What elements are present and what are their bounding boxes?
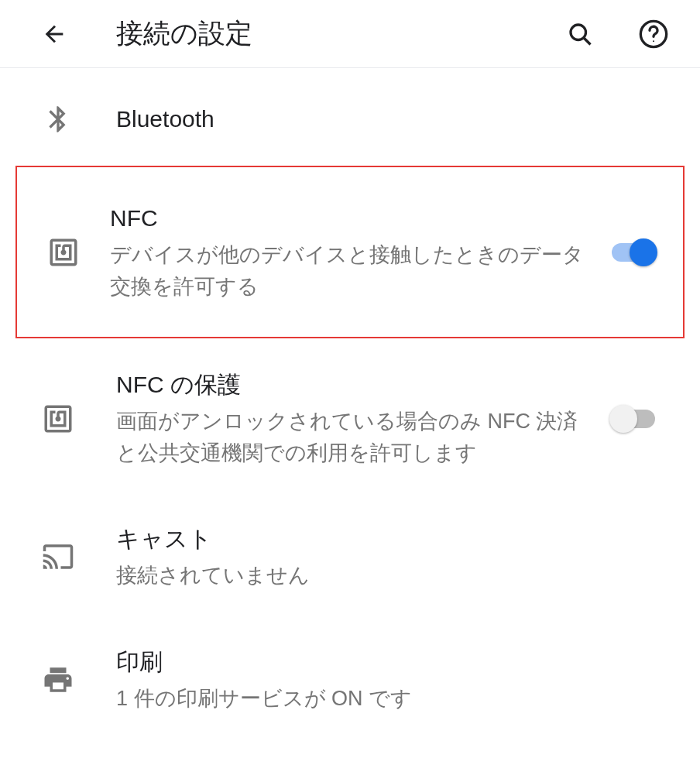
svg-line-1 — [584, 38, 590, 44]
item-body: 印刷 1 件の印刷サービスが ON です — [116, 646, 669, 715]
settings-item-print[interactable]: 印刷 1 件の印刷サービスが ON です — [0, 619, 700, 742]
search-button[interactable] — [564, 19, 595, 50]
print-icon — [0, 664, 116, 696]
item-body: Bluetooth — [116, 103, 669, 135]
item-subtitle: デバイスが他のデバイスと接触したときのデータ交換を許可する — [110, 239, 598, 302]
nfc-icon — [17, 236, 110, 269]
app-header: 接続の設定 — [0, 0, 700, 68]
back-button[interactable] — [39, 19, 70, 50]
item-title: 印刷 — [116, 646, 669, 678]
settings-item-nfc[interactable]: NFC デバイスが他のデバイスと接触したときのデータ交換を許可する — [15, 166, 685, 338]
switch-thumb — [609, 405, 637, 433]
item-title: NFC の保護 — [116, 369, 599, 401]
page-title: 接続の設定 — [116, 15, 518, 52]
item-switch-area — [598, 243, 667, 262]
item-title: Bluetooth — [116, 103, 669, 135]
item-subtitle: 1 件の印刷サービスが ON です — [116, 683, 669, 715]
item-switch-area — [599, 410, 669, 428]
switch-thumb — [630, 238, 657, 266]
header-actions — [564, 19, 669, 50]
nfc-protection-toggle[interactable] — [611, 410, 657, 428]
nfc-icon — [0, 403, 116, 435]
item-subtitle: 画面がアンロックされている場合のみ NFC 決済と公共交通機関での利用を許可しま… — [116, 406, 599, 468]
bluetooth-icon — [0, 104, 116, 135]
item-title: NFC — [110, 202, 598, 235]
item-body: キャスト 接続されていません — [116, 523, 669, 592]
settings-item-nfc-protection[interactable]: NFC の保護 画面がアンロックされている場合のみ NFC 決済と公共交通機関で… — [0, 341, 700, 496]
item-body: NFC の保護 画面がアンロックされている場合のみ NFC 決済と公共交通機関で… — [116, 369, 599, 468]
svg-point-0 — [571, 25, 586, 40]
settings-item-cast[interactable]: キャスト 接続されていません — [0, 496, 700, 619]
search-icon — [566, 20, 594, 48]
help-button[interactable] — [638, 19, 669, 50]
item-title: キャスト — [116, 523, 669, 555]
help-icon — [638, 19, 669, 50]
item-subtitle: 接続されていません — [116, 560, 669, 592]
item-body: NFC デバイスが他のデバイスと接触したときのデータ交換を許可する — [110, 202, 598, 302]
cast-icon — [0, 540, 116, 573]
nfc-toggle[interactable] — [609, 243, 656, 262]
settings-item-bluetooth[interactable]: Bluetooth — [0, 76, 700, 163]
arrow-back-icon — [41, 21, 67, 47]
svg-point-3 — [653, 40, 654, 42]
settings-list: Bluetooth NFC デバイスが他のデバイスと接触したときのデータ交換を許… — [0, 68, 700, 741]
